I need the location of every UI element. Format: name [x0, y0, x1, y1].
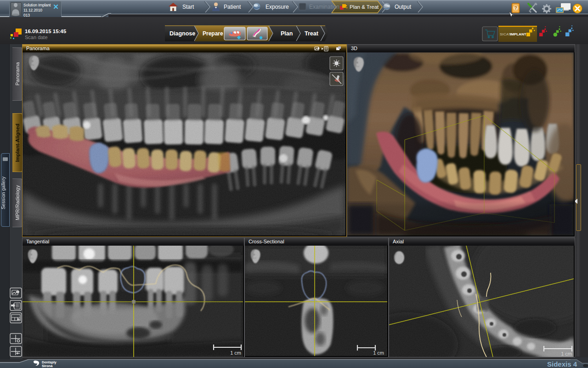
svg-text:Output: Output [395, 4, 412, 10]
svg-text:?: ? [514, 6, 517, 11]
svg-text:Treat: Treat [305, 30, 319, 37]
svg-text:Diagnose: Diagnose [170, 30, 195, 37]
svg-text:Prepare: Prepare [203, 30, 223, 37]
svg-text:Examination: Examination [309, 4, 339, 10]
svg-text:Patient: Patient [224, 4, 241, 10]
svg-text:Sirona: Sirona [42, 364, 53, 368]
svg-text:Plan: Plan [281, 30, 293, 37]
svg-text:Exposure: Exposure [266, 4, 289, 10]
svg-text:SICAT: SICAT [500, 32, 511, 36]
svg-text:Start: Start [182, 4, 194, 10]
svg-text:Plan & Treat: Plan & Treat [350, 4, 379, 10]
svg-text:IMPLANT: IMPLANT [510, 32, 526, 36]
